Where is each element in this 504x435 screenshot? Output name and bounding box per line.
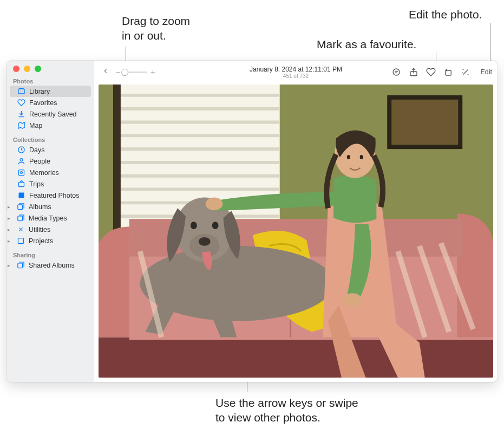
share-icon: [409, 67, 418, 77]
sidebar-section-collections: Collections: [6, 134, 94, 144]
sidebar-item-label: Utilities: [29, 226, 50, 233]
sidebar-item-label: Days: [29, 146, 44, 154]
sidebar-item-label: Media Types: [29, 215, 67, 222]
svg-rect-1: [19, 88, 24, 89]
close-window-button[interactable]: [13, 66, 19, 72]
chevron-right-icon[interactable]: ▸: [8, 238, 13, 244]
window-controls: [13, 66, 41, 72]
sidebar-item-map[interactable]: Map: [6, 120, 94, 131]
sidebar-item-recently-saved[interactable]: Recently Saved: [6, 108, 94, 120]
callout-favorite: Mark as a favourite.: [317, 37, 416, 51]
heart-icon: [17, 99, 25, 107]
rotate-icon: [443, 67, 453, 77]
svg-point-6: [21, 172, 23, 174]
enhance-button[interactable]: [461, 67, 470, 77]
sidebar-item-label: Shared Albums: [29, 262, 75, 269]
zoom-plus: +: [150, 68, 155, 76]
svg-point-40: [212, 222, 219, 229]
sidebar-item-featured[interactable]: Featured Photos: [6, 190, 94, 201]
svg-point-38: [199, 237, 211, 246]
svg-point-46: [347, 155, 350, 159]
download-icon: [17, 110, 25, 118]
sidebar-item-label: Albums: [29, 203, 51, 211]
svg-rect-12: [18, 263, 23, 268]
svg-marker-2: [18, 122, 24, 128]
sidebar-item-media-types[interactable]: ▸ Media Types: [6, 212, 94, 224]
sidebar-item-label: Favorites: [29, 99, 57, 107]
map-icon: [17, 121, 25, 129]
svg-point-13: [393, 69, 400, 75]
sidebar-item-label: People: [29, 158, 50, 165]
live-text-button[interactable]: [391, 67, 401, 77]
sidebar-item-utilities[interactable]: ▸ Utilities: [6, 224, 94, 235]
svg-point-44: [343, 293, 362, 306]
svg-rect-5: [19, 170, 24, 176]
chevron-right-icon[interactable]: ▸: [8, 263, 13, 268]
sidebar-item-memories[interactable]: Memories: [6, 167, 94, 178]
chevron-right-icon[interactable]: ▸: [8, 216, 13, 221]
edit-button[interactable]: Edit: [478, 68, 492, 76]
sidebar-item-label: Memories: [29, 169, 59, 177]
share-button[interactable]: [409, 67, 418, 77]
utilities-icon: [17, 225, 25, 233]
sidebar-item-label: Trips: [29, 180, 44, 188]
maximize-window-button[interactable]: [35, 66, 41, 72]
wand-icon: [461, 67, 470, 77]
photo-count: 451 of 732: [250, 73, 342, 79]
photo-image: [99, 85, 493, 378]
svg-point-4: [20, 159, 23, 161]
live-text-icon: [391, 67, 401, 77]
shared-albums-icon: [17, 261, 25, 269]
chevron-left-icon: [102, 67, 109, 75]
favorite-button[interactable]: [426, 67, 436, 77]
svg-point-47: [360, 155, 363, 159]
zoom-thumb[interactable]: [122, 69, 128, 75]
photo-viewer[interactable]: [94, 83, 498, 382]
clock-icon: [17, 146, 25, 154]
callout-arrows: Use the arrow keys or swipe to view othe…: [215, 395, 358, 425]
svg-rect-8: [19, 193, 24, 198]
sidebar-item-favorites[interactable]: Favorites: [6, 97, 94, 108]
memories-icon: [17, 168, 25, 177]
back-button[interactable]: [100, 65, 112, 79]
library-icon: [17, 87, 25, 95]
zoom-minus: −: [116, 68, 120, 76]
sidebar-item-label: Recently Saved: [29, 111, 77, 118]
svg-rect-30: [391, 100, 458, 145]
sidebar: Photos Library Favorites Recently Saved …: [6, 61, 94, 382]
photo-date: January 8, 2024 at 12:11:01 PM: [250, 66, 342, 73]
svg-rect-11: [18, 238, 24, 244]
svg-rect-0: [18, 89, 24, 94]
rotate-button[interactable]: [443, 67, 453, 77]
app-window: Photos Library Favorites Recently Saved …: [6, 61, 498, 382]
sidebar-item-label: Map: [29, 122, 42, 129]
sidebar-item-days[interactable]: Days: [6, 144, 94, 155]
sidebar-item-library[interactable]: Library: [10, 86, 91, 97]
svg-point-39: [191, 222, 197, 229]
minimize-window-button[interactable]: [24, 66, 30, 72]
person-icon: [17, 157, 25, 165]
sidebar-item-people[interactable]: People: [6, 155, 94, 167]
media-types-icon: [17, 214, 25, 222]
chevron-right-icon[interactable]: ▸: [8, 204, 13, 210]
featured-icon: [17, 191, 25, 199]
sidebar-item-label: Projects: [29, 237, 53, 245]
toolbar: − + January 8, 2024 at 12:11:01 PM 451 o…: [94, 61, 498, 83]
sidebar-item-albums[interactable]: ▸ Albums: [6, 201, 94, 212]
toolbar-title: January 8, 2024 at 12:11:01 PM 451 of 73…: [250, 66, 342, 79]
svg-rect-31: [99, 337, 493, 378]
zoom-track[interactable]: [123, 72, 147, 73]
sidebar-section-sharing: Sharing: [6, 250, 94, 259]
main-content: − + January 8, 2024 at 12:11:01 PM 451 o…: [94, 61, 498, 382]
sidebar-item-shared-albums[interactable]: ▸ Shared Albums: [6, 259, 94, 271]
chevron-right-icon[interactable]: ▸: [8, 227, 13, 232]
sidebar-item-projects[interactable]: ▸ Projects: [6, 235, 94, 246]
svg-point-43: [206, 197, 223, 210]
projects-icon: [17, 237, 25, 245]
sidebar-item-trips[interactable]: Trips: [6, 178, 94, 190]
zoom-slider[interactable]: − +: [116, 68, 155, 76]
svg-rect-15: [446, 70, 451, 75]
callout-zoom: Drag to zoom in or out.: [122, 14, 190, 43]
heart-icon: [426, 67, 436, 77]
svg-rect-7: [19, 182, 24, 186]
